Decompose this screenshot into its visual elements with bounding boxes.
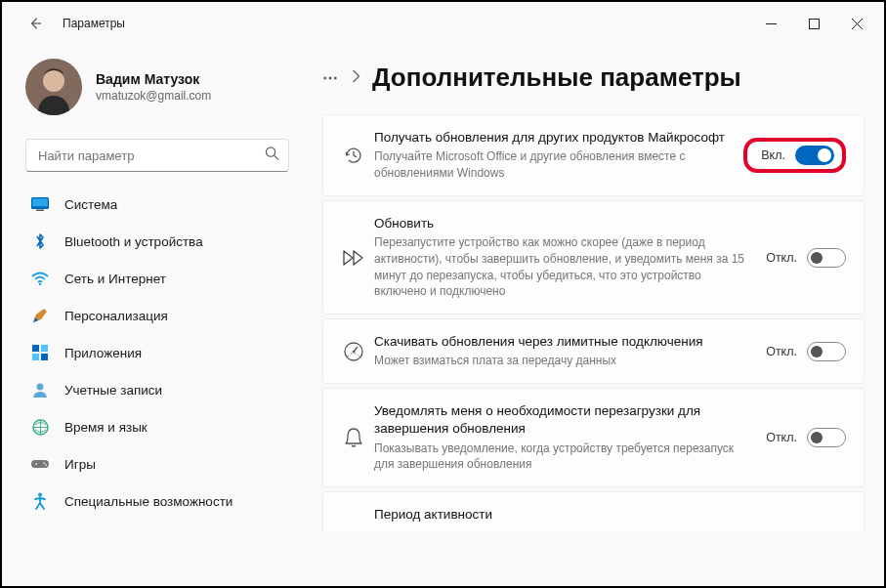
nav-item-label: Специальные возможности: [64, 494, 232, 509]
nav-item[interactable]: Игры: [21, 445, 293, 483]
main-content: ⋯ Дополнительные параметры Получать обно…: [305, 45, 884, 586]
nav-item-label: Bluetooth и устройства: [64, 234, 203, 249]
nav-item-label: Персонализация: [64, 309, 168, 323]
svg-point-12: [37, 384, 44, 391]
nav-item-label: Приложения: [64, 346, 142, 360]
nav-list: СистемаBluetooth и устройстваСеть и Инте…: [21, 186, 293, 586]
card-description: Показывать уведомление, когда устройству…: [374, 441, 754, 474]
net-icon: [31, 270, 49, 287]
setting-card[interactable]: Уведомлять меня о необходимости перезагр…: [322, 388, 865, 487]
search-input[interactable]: [25, 139, 289, 172]
time-icon: [31, 418, 49, 436]
system-icon: [31, 195, 49, 213]
meter-icon: [333, 341, 374, 362]
nav-item-label: Время и язык: [64, 420, 148, 435]
window-title: Параметры: [63, 17, 125, 30]
svg-point-17: [45, 464, 47, 466]
apps-icon: [31, 344, 49, 361]
nav-item[interactable]: Время и язык: [21, 408, 293, 445]
svg-rect-11: [41, 354, 48, 360]
svg-point-15: [35, 463, 37, 465]
svg-rect-14: [31, 460, 49, 468]
toggle-switch[interactable]: [807, 248, 846, 268]
acct-icon: [31, 381, 49, 399]
card-control: Откл.: [766, 428, 846, 447]
card-description: Получайте Microsoft Office и другие обно…: [374, 148, 732, 182]
access-icon: [31, 492, 49, 510]
toggle-label: Откл.: [766, 251, 797, 265]
nav-item-label: Игры: [64, 457, 96, 472]
nav-item-label: Система: [64, 197, 117, 212]
card-control: Откл.: [766, 342, 846, 361]
arrow-left-icon: [28, 17, 42, 30]
nav-item[interactable]: Bluetooth и устройства: [21, 223, 293, 260]
game-icon: [31, 455, 49, 473]
card-control: Откл.: [766, 248, 846, 268]
nav-item-label: Учетные записи: [64, 383, 162, 398]
bell-icon: [333, 427, 374, 448]
svg-point-16: [43, 462, 45, 464]
svg-rect-0: [809, 19, 819, 28]
toggle-switch[interactable]: [807, 342, 846, 361]
svg-rect-10: [32, 354, 39, 360]
svg-point-7: [39, 283, 41, 285]
minimize-button[interactable]: [749, 8, 792, 39]
avatar: [25, 59, 82, 115]
chevron-right-icon: [352, 69, 360, 86]
svg-rect-5: [32, 198, 47, 206]
settings-cards: Получать обновления для других продуктов…: [322, 114, 865, 532]
settings-window: Параметры Вадим Матузок vmatuzok@gmail.c…: [0, 0, 886, 588]
sidebar: Вадим Матузок vmatuzok@gmail.com Система…: [2, 45, 305, 586]
toggle-label: Вкл.: [761, 148, 785, 162]
nav-item-label: Сеть и Интернет: [64, 272, 166, 286]
card-title: Получать обновления для других продуктов…: [374, 129, 732, 147]
nav-item[interactable]: Специальные возможности: [21, 483, 293, 520]
profile-email: vmatuzok@gmail.com: [96, 89, 211, 103]
toggle-label: Откл.: [766, 345, 797, 358]
nav-item[interactable]: Учетные записи: [21, 371, 293, 408]
card-title: Скачивать обновления через лимитные подк…: [374, 333, 754, 351]
svg-point-2: [43, 70, 64, 92]
profile-block[interactable]: Вадим Матузок vmatuzok@gmail.com: [21, 49, 293, 135]
nav-item[interactable]: Система: [21, 186, 293, 223]
card-title: Уведомлять меня о необходимости перезагр…: [374, 402, 754, 438]
page-title: Дополнительные параметры: [372, 63, 741, 93]
search-box: [25, 139, 289, 172]
toggle-switch[interactable]: [795, 146, 834, 165]
svg-rect-6: [36, 210, 44, 212]
toggle-label: Откл.: [766, 431, 797, 444]
card-title: Обновить: [374, 215, 754, 232]
perso-icon: [31, 307, 49, 324]
ff-icon: [333, 249, 374, 267]
breadcrumb-ellipsis[interactable]: ⋯: [322, 68, 340, 87]
setting-card[interactable]: Получать обновления для других продуктов…: [322, 114, 865, 196]
card-description: Перезапустите устройство как можно скоре…: [374, 234, 754, 300]
close-button[interactable]: [835, 8, 878, 39]
svg-rect-8: [32, 345, 39, 352]
svg-point-18: [38, 493, 42, 497]
titlebar: Параметры: [2, 2, 884, 45]
bt-icon: [31, 232, 49, 250]
setting-card[interactable]: Скачивать обновления через лимитные подк…: [322, 318, 865, 384]
card-control: Вкл.: [743, 138, 846, 173]
maximize-button[interactable]: [792, 8, 835, 39]
toggle-switch[interactable]: [807, 428, 846, 447]
window-controls: [749, 8, 878, 39]
highlight-annotation: Вкл.: [743, 138, 846, 173]
svg-point-20: [353, 350, 356, 353]
back-button[interactable]: [23, 12, 47, 35]
svg-rect-9: [41, 345, 48, 352]
nav-item[interactable]: Приложения: [21, 334, 293, 371]
nav-item[interactable]: Сеть и Интернет: [21, 260, 293, 297]
card-title: Период активности: [374, 506, 834, 524]
history-icon: [333, 145, 374, 166]
profile-name: Вадим Матузок: [96, 71, 211, 87]
setting-card[interactable]: ОбновитьПерезапустите устройство как мож…: [322, 200, 865, 315]
card-description: Может взиматься плата за передачу данных: [374, 353, 754, 369]
breadcrumb: ⋯ Дополнительные параметры: [322, 63, 865, 93]
nav-item[interactable]: Персонализация: [21, 297, 293, 334]
setting-card[interactable]: Период активности: [322, 491, 865, 532]
